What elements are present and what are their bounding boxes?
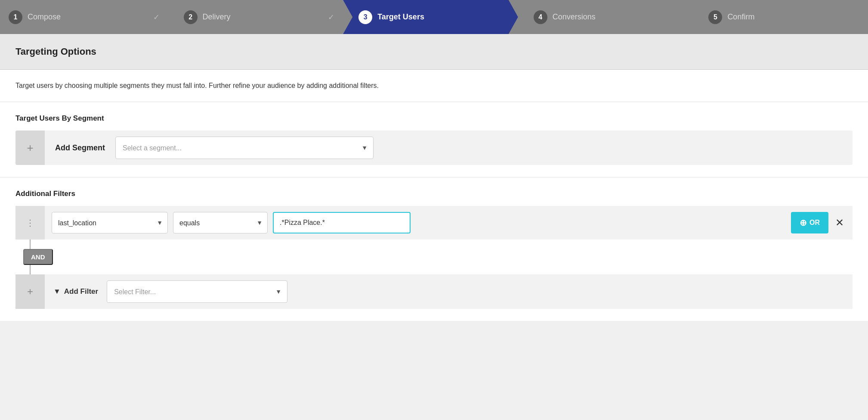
or-button-label: OR — [809, 219, 820, 227]
segment-select[interactable]: Select a segment... — [115, 137, 374, 159]
or-button[interactable]: ⊕ OR — [791, 212, 828, 233]
filter-row: last_location ▼ equals ▼ ⊕ OR — [45, 206, 853, 240]
add-segment-plus-button[interactable]: + — [15, 131, 45, 165]
targeting-title: Targeting Options — [15, 46, 853, 57]
add-segment-label: Add Segment — [45, 143, 115, 152]
segment-section-title: Target Users By Segment — [15, 114, 853, 123]
or-plus-icon: ⊕ — [800, 218, 807, 228]
step-label-compose: Compose — [28, 12, 61, 22]
step-label-target: Target Users — [377, 12, 424, 22]
targeting-description: Target users by choosing multiple segmen… — [0, 70, 868, 102]
add-filter-label: ▼ Add Filter — [45, 287, 107, 296]
filters-section-title: Additional Filters — [15, 190, 853, 198]
filter-value-input[interactable] — [273, 212, 411, 233]
remove-filter-button[interactable]: ✕ — [834, 215, 846, 230]
step-compose[interactable]: 1 Compose ✓ — [0, 0, 168, 34]
and-connector-bottom-line — [30, 265, 31, 274]
segment-row: + Add Segment Select a segment... ▼ — [15, 131, 853, 165]
filter-attribute-select-wrapper: last_location ▼ — [52, 212, 168, 233]
drag-dots-icon: ⋮ — [26, 218, 34, 228]
step-confirm[interactable]: 5 Confirm — [693, 0, 868, 34]
and-connector-top-line — [30, 240, 31, 249]
step-conversions[interactable]: 4 Conversions — [518, 0, 693, 34]
filter-row-container: ⋮ last_location ▼ equals ▼ — [15, 206, 853, 240]
add-filter-text: Add Filter — [64, 287, 98, 296]
add-filter-row: + ▼ Add Filter Select Filter... ▼ — [15, 274, 853, 309]
and-badge-wrapper: AND — [15, 249, 853, 265]
filter-actions: ⊕ OR ✕ — [791, 212, 846, 233]
filter-attribute-select[interactable]: last_location — [52, 212, 168, 233]
segment-select-wrapper: Select a segment... ▼ — [115, 137, 374, 159]
description-text: Target users by choosing multiple segmen… — [15, 82, 853, 90]
step-target-users[interactable]: 3 Target Users — [343, 0, 518, 34]
targeting-header: Targeting Options — [0, 34, 868, 70]
step-delivery[interactable]: 2 Delivery ✓ — [168, 0, 343, 34]
main-content: Targeting Options Target users by choosi… — [0, 34, 868, 321]
filter-select-wrapper: Select Filter... ▼ — [107, 280, 287, 303]
add-filter-select[interactable]: Select Filter... — [107, 280, 287, 303]
step-number-target: 3 — [358, 10, 372, 24]
filter-operator-select-wrapper: equals ▼ — [173, 212, 268, 233]
step-number-conversions: 4 — [534, 10, 547, 24]
step-number-delivery: 2 — [184, 10, 198, 24]
stepper: 1 Compose ✓ 2 Delivery ✓ 3 Target Users … — [0, 0, 868, 34]
step-number-compose: 1 — [9, 10, 22, 24]
step-check-compose: ✓ — [153, 12, 160, 22]
filter-drag-handle[interactable]: ⋮ — [15, 206, 45, 240]
step-label-conversions: Conversions — [553, 12, 596, 22]
step-label-confirm: Confirm — [727, 12, 754, 22]
step-label-delivery: Delivery — [203, 12, 231, 22]
filter-operator-select[interactable]: equals — [173, 212, 268, 233]
filters-section: Additional Filters ⋮ last_location ▼ equ… — [0, 177, 868, 321]
add-filter-plus-button[interactable]: + — [15, 274, 45, 309]
close-icon: ✕ — [835, 217, 844, 228]
funnel-icon: ▼ — [53, 287, 61, 296]
step-number-confirm: 5 — [708, 10, 722, 24]
step-check-delivery: ✓ — [328, 12, 334, 22]
segment-section: Target Users By Segment + Add Segment Se… — [0, 102, 868, 177]
and-badge[interactable]: AND — [23, 249, 53, 265]
